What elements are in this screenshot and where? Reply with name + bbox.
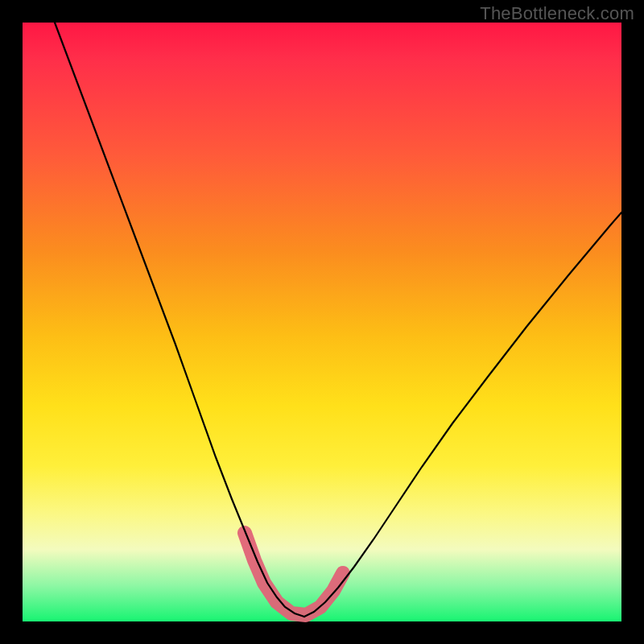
left-curve [55,23,304,617]
valley-highlight [245,533,343,615]
right-curve [304,213,621,617]
curve-layer [23,23,621,621]
chart-frame: TheBottleneck.com [0,0,644,644]
watermark-text: TheBottleneck.com [480,3,634,24]
plot-area [23,23,621,621]
